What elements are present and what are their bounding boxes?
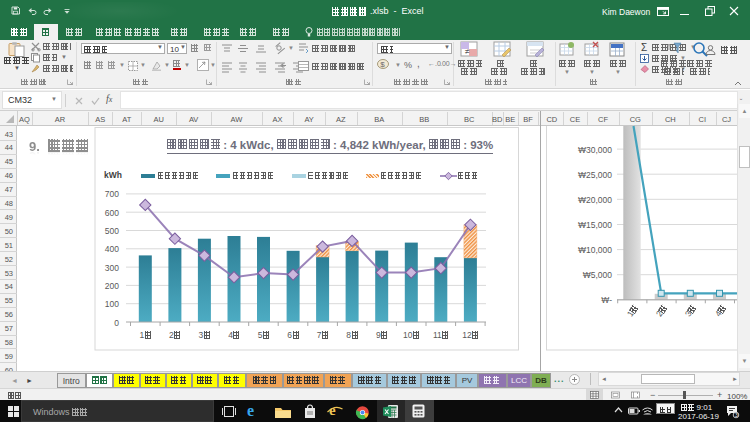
- svg-text:3: 3: [735, 412, 738, 418]
